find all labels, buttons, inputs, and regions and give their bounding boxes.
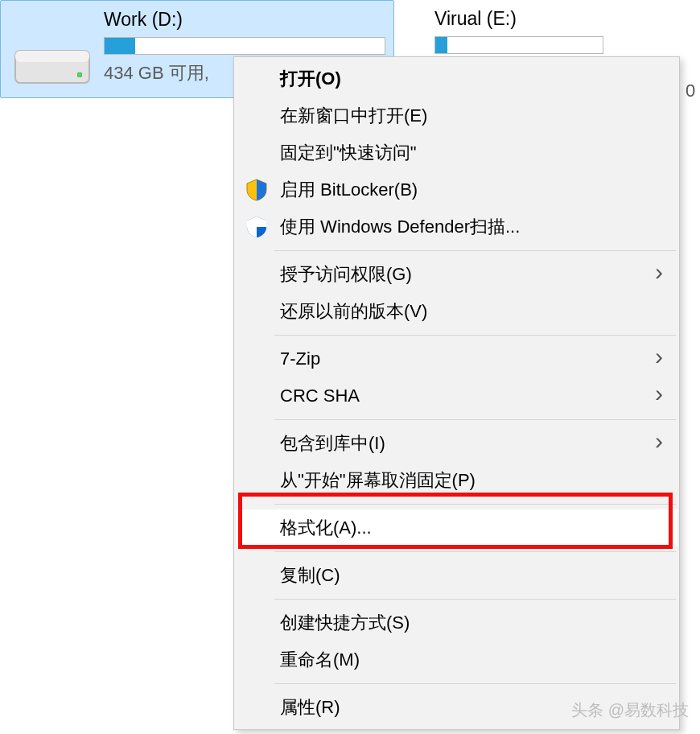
menu-item-label: 格式化(A)...: [280, 516, 372, 540]
menu-item-label: 7-Zip: [280, 348, 320, 369]
menu-separator: [274, 551, 676, 552]
menu-item-6[interactable]: 授予访问权限(G): [236, 256, 677, 293]
svg-rect-1: [15, 51, 89, 62]
drive-capacity-bar: [434, 36, 603, 54]
menu-item-10[interactable]: CRC SHA: [236, 377, 677, 414]
menu-item-label: 授予访问权限(G): [280, 262, 412, 287]
menu-item-label: 从"开始"屏幕取消固定(P): [280, 468, 476, 493]
submenu-arrow-icon: [655, 435, 663, 453]
drive-label: Virual (E:): [434, 8, 603, 30]
menu-separator: [274, 335, 676, 336]
menu-item-2[interactable]: 固定到"快速访问": [236, 134, 677, 171]
menu-item-15[interactable]: 格式化(A)...: [236, 509, 677, 546]
menu-item-4[interactable]: 使用 Windows Defender扫描...: [236, 208, 677, 245]
bitlocker-icon: [244, 177, 270, 203]
watermark: 头条 @易数科技: [571, 699, 689, 721]
menu-item-3[interactable]: 启用 BitLocker(B): [236, 171, 677, 208]
submenu-arrow-icon: [655, 350, 663, 369]
submenu-arrow-icon: [655, 387, 663, 406]
menu-item-label: 打开(O): [280, 67, 341, 91]
menu-item-13[interactable]: 从"开始"屏幕取消固定(P): [236, 462, 677, 499]
menu-item-label: CRC SHA: [280, 386, 360, 406]
drive-capacity-bar: [104, 37, 385, 55]
menu-item-label: 启用 BitLocker(B): [280, 178, 418, 202]
drive-label: Work (D:): [104, 9, 385, 31]
menu-separator: [274, 250, 676, 251]
submenu-arrow-icon: [655, 266, 663, 284]
truncated-text: 0: [686, 80, 695, 101]
drive-context-menu: 打开(O)在新窗口中打开(E)固定到"快速访问"启用 BitLocker(B)使…: [233, 56, 680, 730]
menu-separator: [274, 419, 676, 420]
menu-item-12[interactable]: 包含到库中(I): [236, 425, 677, 462]
drive-meta: Virual (E:): [434, 8, 603, 54]
menu-item-20[interactable]: 重命名(M): [236, 641, 677, 678]
menu-item-label: 重命名(M): [280, 648, 360, 672]
menu-item-label: 属性(R): [280, 695, 340, 720]
svg-point-3: [77, 72, 82, 77]
menu-item-0[interactable]: 打开(O): [236, 60, 677, 97]
menu-item-label: 在新窗口中打开(E): [280, 104, 427, 128]
menu-item-9[interactable]: 7-Zip: [236, 340, 677, 377]
menu-item-label: 创建快捷方式(S): [280, 611, 410, 635]
menu-item-1[interactable]: 在新窗口中打开(E): [236, 97, 677, 134]
menu-item-17[interactable]: 复制(C): [236, 557, 677, 594]
menu-separator: [274, 504, 676, 505]
drive-capacity-fill: [105, 38, 135, 54]
menu-separator: [274, 599, 676, 600]
menu-item-label: 还原以前的版本(V): [280, 299, 427, 324]
menu-item-label: 复制(C): [280, 563, 340, 588]
menu-item-19[interactable]: 创建快捷方式(S): [236, 604, 677, 641]
defender-icon: [244, 214, 270, 240]
menu-item-label: 固定到"快速访问": [280, 141, 417, 165]
menu-item-7[interactable]: 还原以前的版本(V): [236, 293, 677, 330]
menu-item-label: 使用 Windows Defender扫描...: [280, 215, 520, 239]
drive-icon: [12, 9, 93, 89]
menu-item-label: 包含到库中(I): [280, 431, 385, 456]
drive-capacity-fill: [435, 37, 447, 53]
menu-separator: [274, 683, 676, 684]
